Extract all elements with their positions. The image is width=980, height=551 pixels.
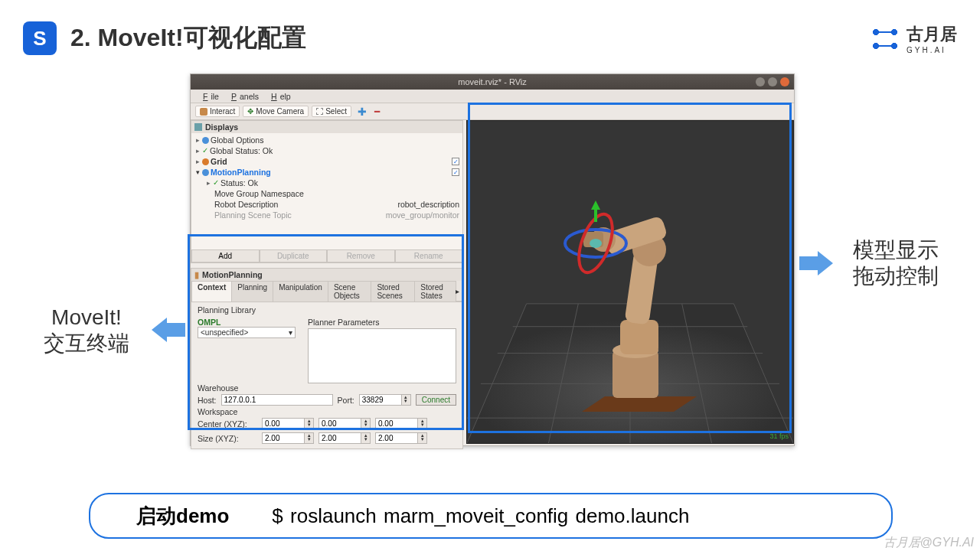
planner-select[interactable]: <unspecified>▾ (198, 327, 296, 338)
tab-scroll-icon[interactable]: ▸ (456, 287, 459, 295)
add-button[interactable]: Add (191, 250, 260, 262)
interact-icon (200, 108, 207, 116)
slide-title: 2. MoveIt!可视化配置 (70, 21, 306, 55)
size-y-input[interactable] (318, 432, 361, 444)
menu-bar: File Panels Help (191, 90, 794, 103)
watermark: 古月居@GYH.AI (884, 535, 974, 551)
port-input[interactable] (359, 394, 402, 406)
rename-button[interactable]: Rename (395, 250, 463, 262)
menu-panels[interactable]: Panels (225, 92, 262, 101)
planning-library-label: Planning Library (198, 305, 456, 315)
close-icon[interactable] (780, 77, 789, 86)
size-label: Size (XYZ): (198, 434, 257, 443)
robot-arm-model[interactable] (513, 167, 743, 427)
mp-header[interactable]: ▮MotionPlanning (191, 269, 462, 281)
warehouse-label: Warehouse (198, 383, 456, 393)
size-z-input[interactable] (375, 432, 418, 444)
menu-file[interactable]: File (197, 92, 222, 101)
slide-header: S 2. MoveIt!可视化配置 (0, 0, 980, 63)
ompl-label: OMPL (198, 318, 299, 327)
tab-stored-states[interactable]: Stored States (414, 281, 456, 302)
motionplanning-panel: ▮MotionPlanning Context Planning Manipul… (191, 268, 463, 449)
remove-button[interactable]: Remove (327, 250, 395, 262)
arrow-left-icon (152, 318, 185, 342)
move-camera-button[interactable]: ✥Move Camera (243, 106, 309, 117)
select-button[interactable]: Select (312, 106, 351, 117)
command-box: 启动demo $ roslaunch marm_moveit_config de… (89, 493, 893, 539)
tab-planning[interactable]: Planning (231, 281, 273, 302)
add-tool-icon[interactable]: ✚ (354, 106, 370, 118)
window-title: moveit.rviz* - RViz (458, 77, 526, 86)
slide-icon: S (23, 21, 57, 55)
arrow-right-icon (799, 251, 833, 276)
svg-marker-12 (582, 396, 697, 412)
svg-marker-24 (591, 201, 600, 210)
command-label: 启动demo (136, 503, 229, 530)
brand-logo: 古月居 GYH.AI (871, 23, 957, 54)
duplicate-button[interactable]: Duplicate (260, 250, 328, 262)
svg-point-25 (590, 239, 602, 248)
center-z-input[interactable] (375, 418, 418, 429)
logo-text: 古月居 (906, 23, 957, 46)
host-label: Host: (198, 396, 217, 405)
callout-left: MoveIt!交互终端 (29, 305, 144, 357)
interact-button[interactable]: Interact (195, 106, 240, 117)
center-x-input[interactable] (262, 418, 305, 429)
svg-rect-15 (620, 320, 658, 354)
logo-sub: GYH.AI (906, 46, 957, 54)
panel-icon (194, 123, 202, 131)
logo-glyph-icon (871, 28, 900, 51)
size-x-input[interactable] (262, 432, 305, 444)
port-spinner[interactable]: ▴▾ (402, 394, 411, 406)
toolbar: Interact ✥Move Camera Select ✚ ━ (191, 103, 794, 120)
planner-params-box[interactable] (308, 328, 456, 383)
tab-scene-objects[interactable]: Scene Objects (328, 281, 372, 302)
mp-tabs: Context Planning Manipulation Scene Obje… (191, 281, 462, 302)
minimize-icon[interactable] (756, 77, 765, 86)
workspace-label: Workspace (198, 407, 456, 416)
displays-tree[interactable]: ▸Global Options ▸✓Global Status: Ok ▸Gri… (191, 133, 462, 222)
planner-params-label: Planner Parameters (308, 318, 456, 327)
displays-panel: Displays ▸Global Options ▸✓Global Status… (191, 120, 463, 263)
select-icon (316, 108, 323, 115)
menu-help[interactable]: Help (265, 92, 294, 101)
center-y-input[interactable] (318, 418, 361, 429)
maximize-icon[interactable] (768, 77, 777, 86)
rviz-window: moveit.rviz* - RViz File Panels Help Int… (190, 73, 795, 446)
motionplanning-checkbox[interactable]: ✓ (452, 168, 459, 176)
tab-context[interactable]: Context (191, 281, 232, 302)
3d-viewport[interactable]: 31 fps (466, 120, 794, 444)
tab-manipulation[interactable]: Manipulation (273, 281, 328, 302)
tab-stored-scenes[interactable]: Stored Scenes (371, 281, 415, 302)
window-titlebar[interactable]: moveit.rviz* - RViz (191, 74, 794, 90)
port-label: Port: (338, 396, 354, 405)
center-label: Center (XYZ): (198, 419, 257, 429)
callout-right: 模型显示拖动控制 (835, 237, 957, 289)
connect-button[interactable]: Connect (416, 394, 456, 406)
chevron-down-icon: ▾ (289, 328, 292, 337)
command-text: $ roslaunch marm_moveit_config demo.laun… (272, 504, 689, 528)
fps-label: 31 fps (769, 432, 789, 440)
grid-checkbox[interactable]: ✓ (452, 158, 459, 165)
displays-header[interactable]: Displays (191, 121, 462, 133)
host-input[interactable] (221, 394, 333, 406)
remove-tool-icon[interactable]: ━ (373, 106, 381, 117)
